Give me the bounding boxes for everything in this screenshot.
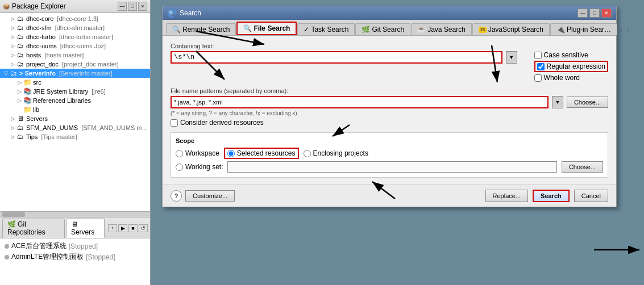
maximize-button[interactable]: □ [128,2,137,11]
tree-item-jre[interactable]: ▷ 📚 JRE System Library [jre6] [0,87,150,96]
server-admin[interactable]: AdminLTE管理控制面板 [Stopped] [2,252,148,262]
project-icon: 🗂 [16,42,25,50]
server-ace[interactable]: ACE后台管理系统 [Stopped] [2,241,148,252]
tab-git-repos[interactable]: 🌿 Git Repositories [2,219,65,238]
cancel-button[interactable]: Cancel [574,190,608,202]
dialog-maximize-btn[interactable]: □ [589,9,600,18]
containing-text-input-row: ▼ [171,51,517,64]
item-meta: [dhcc-uums Jpz] [59,43,106,49]
toggle-icon: ▷ [9,116,16,121]
tree-item-tips[interactable]: ▷ 🗂 Tips [Tips master] [0,132,150,141]
regular-expression-option: Regular expression [534,61,608,72]
stop-btn[interactable]: ■ [128,224,138,232]
item-meta: [dhcc-turbo master] [57,33,113,40]
tab-file-search[interactable]: 🔍 File Search [236,22,297,35]
tab-scroll-right[interactable]: ‹ [618,26,624,35]
close-button[interactable]: × [138,2,147,11]
footer-left: ? Customize... [171,190,235,202]
tab-task-search[interactable]: ✓ Task Search [297,23,355,35]
case-sensitive-checkbox[interactable] [534,52,542,59]
dialog-minimize-btn[interactable]: — [577,9,588,18]
containing-text-input[interactable] [171,51,502,64]
tree-item-lib[interactable]: 📁 lib [0,105,150,114]
toggle-icon: ▷ [9,134,16,140]
tab-java-search[interactable]: ☕ Java Search [411,23,472,35]
top-form-row: ▼ Case sensitive Regular expression [171,51,608,82]
server-name: AdminLTE管理控制面板 [11,252,84,262]
minimize-button[interactable]: — [118,2,127,11]
working-set-input[interactable] [227,161,556,173]
search-button[interactable]: Search [533,190,570,202]
tree-item-reflibs[interactable]: ▷ 📚 Referenced Libraries [0,96,150,105]
item-label: dhcc-sfm [26,24,52,31]
tree-item-dhcc-turbo[interactable]: ▷ 🗂 dhcc-turbo [dhcc-turbo master] [0,32,150,41]
tree-area: ▷ 🗂 dhcc-core [dhcc-core 1.3] ▷ 🗂 dhcc-s… [0,13,150,211]
selected-resources-label: Selected resources [237,149,296,157]
working-set-row: Working set: Choose... [176,161,603,173]
filename-dropdown[interactable]: ▼ [552,96,563,108]
tab-remote-search[interactable]: 🔍 Remote Search [166,23,236,35]
start-btn[interactable]: ▶ [118,224,127,232]
item-label: JRE System Library [33,88,88,95]
regular-expression-label: Regular expression [547,62,605,70]
tree-item-dhcc-core[interactable]: ▷ 🗂 dhcc-core [dhcc-core 1.3] [0,14,150,23]
help-button[interactable]: ? [171,190,182,202]
tab-git-search[interactable]: 🌿 Git Search [355,23,410,35]
tree-item-src[interactable]: ▷ 📁 src [0,78,150,87]
selected-resources-radio[interactable] [227,150,235,157]
git-icon: 🌿 [7,220,16,228]
working-set-radio[interactable] [176,164,183,171]
item-label: > ServerInfo [19,70,56,77]
replace-button[interactable]: Replace... [485,190,529,202]
tab-plugin-search[interactable]: 🔌 Plug-in Sear… [550,23,617,35]
choose-working-set-button[interactable]: Choose... [562,161,603,173]
whole-word-label: Whole word [544,74,580,82]
tree-item-project-doc[interactable]: ▷ 🗂 project_doc [project_doc master] [0,60,150,69]
toggle-icon: ▷ [9,25,16,31]
tab-scroll-left[interactable]: › [625,26,631,35]
tree-item-servers[interactable]: ▷ 🖥 Servers [0,114,150,123]
tree-item-dhcc-uums[interactable]: ▷ 🗂 dhcc-uums [dhcc-uums Jpz] [0,41,150,51]
consider-derived-checkbox[interactable] [171,119,178,127]
enclosing-projects-radio[interactable] [304,150,311,157]
item-label: Servers [26,115,48,122]
dialog-close-btn[interactable]: ✕ [601,9,612,18]
customize-button[interactable]: Customize... [185,190,235,202]
tab-javascript-search[interactable]: JS JavaScript Search [472,23,550,35]
item-meta: [dhcc-core 1.3] [55,15,98,22]
tab-servers[interactable]: 🖥 Servers [66,219,105,238]
item-meta: [project_doc master] [60,61,119,68]
tree-item-hosts[interactable]: ▷ 🗂 hosts [hosts master] [0,51,150,60]
case-sensitive-option: Case sensitive [534,51,608,59]
selected-resources-option: Selected resources [224,148,299,159]
horizontal-scrollbar[interactable] [0,211,150,217]
tab-icon: ✓ [304,26,309,33]
whole-word-checkbox[interactable] [534,74,542,82]
regular-expression-checkbox[interactable] [537,63,545,70]
folder-icon: 📁 [23,106,32,114]
server-status: [Stopped] [69,242,98,250]
item-meta: [ServerInfo master] [57,70,113,77]
panel-header: 📦 Package Explorer — □ × [0,0,150,13]
toggle-icon: ▷ [9,43,16,49]
containing-text-dropdown[interactable]: ▼ [506,51,517,64]
tree-item-dhcc-sfm[interactable]: ▷ 🗂 dhcc-sfm [dhcc-sfm master] [0,23,150,32]
workspace-label: Workspace [185,149,219,157]
filename-input[interactable] [171,96,549,108]
server-name: ACE后台管理系统 [11,241,67,251]
tab-icon: JS [479,27,487,33]
bottom-area: 🌿 Git Repositories 🖥 Servers + ▶ ■ ↺ ACE… [0,217,150,285]
new-server-btn[interactable]: + [108,224,117,232]
dialog-icon: 🔍 [167,9,176,18]
working-set-option: Working set: [176,163,223,171]
choose-button[interactable]: Choose... [567,97,608,108]
tree-item-sfm-uums[interactable]: ▷ 🗂 SFM_AND_UUMS [SFM_AND_UUMS m… [0,123,150,132]
item-label: SFM_AND_UUMS [26,124,78,131]
restart-btn[interactable]: ↺ [139,224,148,232]
toggle-icon: ▽ [2,70,9,76]
workspace-radio[interactable] [176,150,183,157]
tab-icon: 🌿 [362,26,370,33]
item-meta: [SFM_AND_UUMS m… [80,124,148,131]
consider-derived-label: Consider derived resources [180,119,264,127]
tree-item-serverinfo[interactable]: ▽ 🗂 > ServerInfo [ServerInfo master] [0,69,150,78]
